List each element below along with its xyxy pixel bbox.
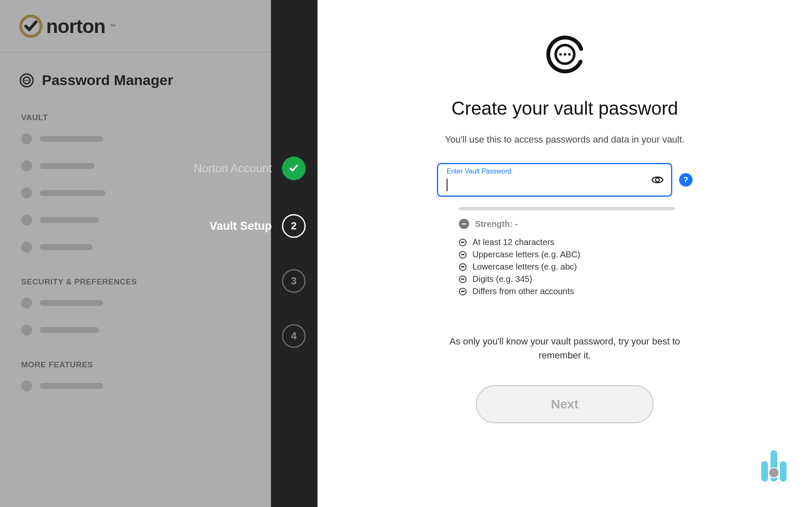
step-item-3: 3: [282, 269, 306, 293]
input-floating-label: Enter Vault Password: [447, 168, 647, 175]
step-badge-current: 2: [282, 214, 306, 238]
svg-rect-11: [462, 223, 466, 225]
strength-label: Strength: -: [475, 219, 518, 229]
step-label: Norton Account: [193, 162, 272, 175]
svg-point-10: [656, 178, 660, 182]
widget-bar-icon: [761, 461, 768, 482]
vault-password-field-wrapper[interactable]: Enter Vault Password: [437, 163, 672, 197]
eye-icon: [651, 174, 664, 186]
step-badge-pending: 3: [282, 269, 306, 293]
requirement-item: Lowercase letters (e.g. abc): [459, 262, 679, 272]
step-badge-pending: 4: [282, 324, 306, 348]
text-caret: [447, 179, 447, 191]
page-title: Create your vault password: [451, 98, 678, 119]
assistant-widget[interactable]: [761, 450, 787, 482]
page-subtitle: You'll use this to access passwords and …: [445, 134, 685, 145]
next-button[interactable]: Next: [476, 385, 654, 423]
vault-password-input[interactable]: [447, 175, 647, 190]
setup-panel: Create your vault password You'll use th…: [318, 0, 812, 507]
requirement-item: Differs from other accounts: [459, 287, 679, 296]
password-help-button[interactable]: ?: [679, 173, 693, 187]
requirement-unmet-icon: [459, 239, 467, 246]
step-item-norton-account: Norton Account: [193, 157, 306, 180]
check-icon: [288, 163, 300, 174]
vault-password-icon: [543, 32, 587, 78]
question-mark-icon: ?: [684, 176, 688, 185]
requirement-item: Uppercase letters (e.g. ABC): [459, 250, 679, 259]
requirement-unmet-icon: [459, 276, 467, 283]
svg-point-7: [559, 53, 562, 56]
requirement-item: Digits (e.g. 345): [459, 274, 679, 284]
password-requirements-list: At least 12 characters Uppercase letters…: [459, 237, 679, 296]
svg-point-9: [568, 53, 571, 56]
reminder-note: As only you'll know your vault password,…: [446, 334, 683, 362]
requirement-unmet-icon: [459, 288, 467, 295]
step-item-4: 4: [282, 324, 306, 348]
requirement-unmet-icon: [459, 263, 467, 271]
step-badge-done: [282, 157, 306, 180]
requirement-item: At least 12 characters: [459, 237, 679, 247]
strength-indicator-icon: [459, 219, 469, 229]
setup-stepper: Norton Account Vault Setup 2 3 4: [271, 0, 318, 507]
modal-backdrop: [0, 0, 271, 507]
password-strength-row: Strength: -: [459, 219, 679, 229]
svg-point-8: [563, 53, 566, 56]
password-strength-meter: [459, 207, 675, 210]
toggle-password-visibility-button[interactable]: [651, 173, 664, 187]
requirement-unmet-icon: [459, 251, 467, 259]
widget-bar-icon: [780, 461, 787, 482]
step-label: Vault Setup: [210, 220, 272, 233]
widget-bar-icon: [771, 450, 777, 482]
step-item-vault-setup: Vault Setup 2: [210, 214, 306, 238]
